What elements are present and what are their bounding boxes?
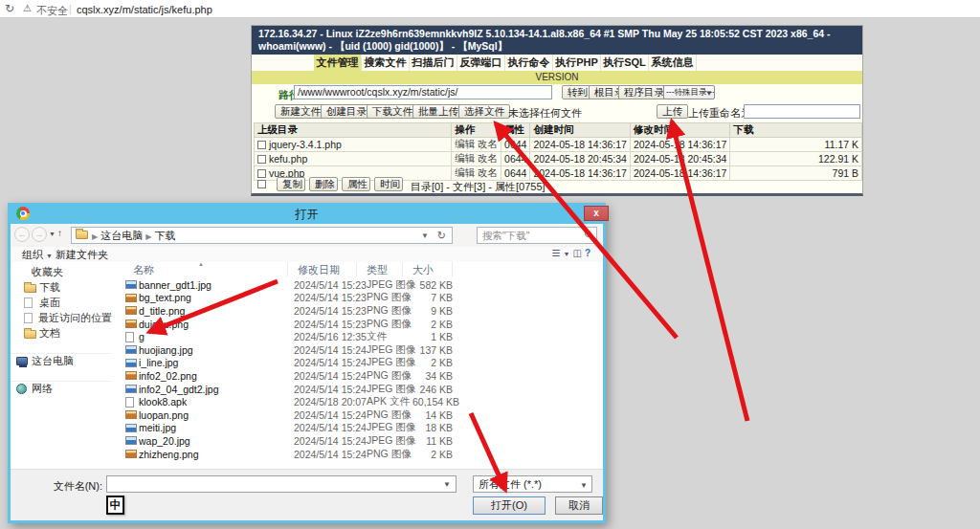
edit-rename-links[interactable]: 编辑 改名 [455,166,498,178]
footer-button[interactable]: 属性 [342,177,370,191]
breadcrumb-root[interactable]: 这台电脑 [100,230,143,241]
edit-rename-links[interactable]: 编辑 改名 [455,152,498,164]
file-list-item[interactable]: i_line.jpg 2024/5/14 15:24 JPEG 图像 2 KB [123,357,453,370]
file-name[interactable]: kefu.php [269,153,307,165]
forward-button[interactable]: → [32,227,47,242]
close-button[interactable]: x [584,206,609,221]
file-size: 7 KB [412,292,453,303]
organize-menu[interactable]: 组织 ▼ [22,248,53,262]
tab-label: 反弹端口 [460,56,502,68]
file-list-item[interactable]: banner_gdt1.jpg 2024/5/14 15:23 JPEG 图像 … [123,278,453,292]
sidebar-item[interactable]: 这台电脑 [11,353,112,368]
sidebar-item[interactable]: 网络 [11,381,112,396]
file-list-item[interactable]: info2_02.png 2024/5/14 15:24 PNG 图像 34 K… [123,369,453,383]
webshell-tab[interactable]: 扫描后门 [410,55,457,71]
reload-icon[interactable]: ↻ [5,2,14,15]
file-list-item[interactable]: zhizheng.png 2024/5/14 15:24 PNG 图像 2 KB [123,448,453,461]
url-text[interactable]: cqslx.xyz/m/static/js/kefu.php [77,4,212,15]
breadcrumb-dropdown-icon[interactable]: ▼ [421,229,429,244]
file-type-icon [125,436,137,445]
file-list-item[interactable]: d_title.png 2024/5/14 15:23 PNG 图像 9 KB [123,304,453,318]
history-chevron-icon[interactable]: ▼ [49,231,56,237]
sidebar-item[interactable]: 最近访问的位置 [11,310,112,325]
webshell-tab[interactable]: 反弹端口 [457,55,505,71]
file-type: JPEG 图像 [359,278,412,292]
sidebar-item[interactable]: 文档 [11,325,112,341]
filename-dropdown-icon[interactable]: ▼ [443,480,451,489]
col-parent-dir[interactable]: 上级目录 [255,123,452,138]
row-checkbox[interactable] [257,155,266,164]
search-input[interactable]: 搜索"下载" [477,227,597,244]
file-list-item[interactable]: info2_04_gdt2.jpg 2024/5/14 15:24 JPEG 图… [123,383,453,396]
row-checkbox[interactable] [257,169,266,178]
file-action-button[interactable]: 批量上传 [412,104,464,119]
file-action-button[interactable]: 选择文件 [458,104,510,119]
file-list-item[interactable]: huojiang.jpg 2024/5/14 15:24 JPEG 图像 137… [123,343,453,357]
cancel-button[interactable]: 取消 [555,496,603,515]
upload-button[interactable]: 上传 [657,104,688,119]
special-dir-select[interactable]: ---特殊目录--- ▼ [663,85,715,99]
breadcrumb-current[interactable]: 下载 [155,230,176,241]
filetype-select[interactable]: 所有文件 (*.*) ▼ [473,475,592,493]
back-button[interactable]: ← [14,227,30,242]
column-header-name[interactable]: 名称 [123,262,288,276]
column-header-date[interactable]: 修改日期 [288,262,357,276]
edit-rename-links[interactable]: 编辑 改名 [455,138,498,149]
up-button[interactable]: ↑ [57,228,62,238]
webshell-tab[interactable]: 执行PHP [553,55,601,71]
column-header-type[interactable]: 类型 [357,262,403,276]
file-list-item[interactable]: g 2024/5/16 12:35 文件 1 KB [123,330,453,343]
sidebar-item[interactable]: 桌面 [11,295,112,310]
sidebar-item[interactable]: 下载 [11,279,112,295]
dialog-sidebar: 收藏夹 下载 桌面 最近访问的位置 [11,264,112,396]
view-options-icons[interactable]: ☰▼◫? [552,248,593,258]
row-checkbox[interactable] [257,141,266,149]
webshell-tab[interactable]: 文件管理 [314,55,362,71]
footer-button[interactable]: 复制 [277,177,305,191]
select-all-checkbox[interactable] [257,180,266,188]
program-dir-button[interactable]: 程序目录 [618,85,670,99]
file-list-item[interactable]: bg_text.png 2024/5/14 15:23 PNG 图像 7 KB [123,292,453,305]
column-header-size[interactable]: 大小 [403,262,453,276]
path-input[interactable]: /www/wwwroot/cqslx.xyz/m/static/js/ [294,85,552,99]
file-size[interactable]: 11.17 K [730,138,862,152]
dialog-titlebar[interactable]: 打开 x [8,203,606,224]
file-size[interactable]: 791 B [730,166,862,181]
file-action-button[interactable]: 新建文件 [275,104,326,119]
table-header-row: 上级目录 操作 属性 创建时间 修改时间 下载 [255,123,862,138]
webshell-tab[interactable]: 搜索文件 [362,55,410,71]
sidebar-item-label: 文档 [39,326,60,341]
file-list-item[interactable]: duigou.png 2024/5/14 15:23 PNG 图像 2 KB [123,318,453,331]
chevron-down-icon: ▼ [580,478,588,494]
sidebar-item[interactable]: 收藏夹 [11,264,112,279]
security-label[interactable]: 不安全 [36,4,68,18]
help-icon[interactable]: ? [585,248,593,258]
new-folder-button[interactable]: 新建文件夹 [56,248,108,262]
file-action-button[interactable]: 下载文件 [367,104,418,119]
file-type-icon [125,306,137,315]
file-list-item[interactable]: luopan.png 2024/5/14 15:24 PNG 图像 14 KB [123,408,453,422]
breadcrumb[interactable]: ▶ 这台电脑 ▶ 下载 ▼ ↻ [71,227,453,244]
footer-button[interactable]: 删除 [309,177,338,191]
file-action-button[interactable]: 创建目录 [321,104,372,119]
file-name[interactable]: jquery-3.4.1.php [269,139,342,150]
file-table: 上级目录 操作 属性 创建时间 修改时间 下载 jquery-3.4.1.php… [254,122,862,181]
tab-label: 执行命令 [508,56,550,68]
tab-label: 执行SQL [603,56,646,68]
webshell-tab[interactable]: 执行命令 [505,55,553,71]
file-list-item[interactable]: meiti.jpg 2024/5/14 15:24 JPEG 图像 18 KB [123,422,453,435]
webshell-tab[interactable]: 系统信息 [649,55,697,71]
file-type-icon [125,397,134,408]
refresh-icon[interactable]: ↻ [437,228,446,243]
webshell-panel: 172.16.34.27 - Linux iZ2ze9h6rn639emnkkv… [251,25,863,196]
file-list-item[interactable]: klook8.apk 2024/5/18 20:07 APK 文件 60,154… [123,395,453,408]
rename-input[interactable] [744,104,860,119]
open-button[interactable]: 打开(O) [473,496,546,515]
filename-input[interactable] [106,475,457,493]
file-size[interactable]: 122.91 K [730,152,862,166]
footer-button[interactable]: 时间 [374,177,403,191]
file-list-item[interactable]: wap_20.jpg 2024/5/14 15:24 JPEG 图像 11 KB [123,434,453,448]
webshell-tab[interactable]: 执行SQL [601,55,649,71]
file-type-icon [125,294,137,302]
modified-time: 2024-05-18 14:36:17 [630,138,730,152]
